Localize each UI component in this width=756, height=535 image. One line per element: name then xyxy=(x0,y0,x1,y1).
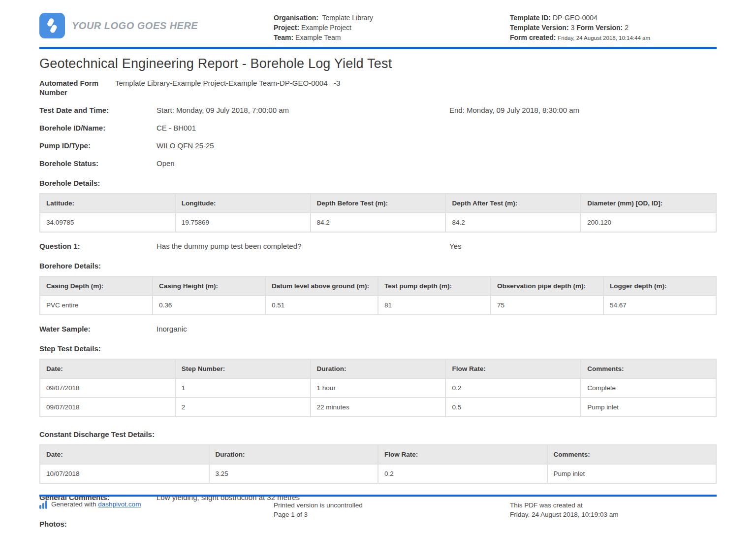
constant-discharge-table: Date: Duration: Flow Rate: Comments: 10/… xyxy=(39,444,717,484)
col-date: Date: xyxy=(40,445,209,464)
field-test-date-time: Test Date and Time: Start: Monday, 09 Ju… xyxy=(39,105,717,115)
table-header-row: Latitude: Longitude: Depth Before Test (… xyxy=(40,194,716,212)
step-test-title: Step Test Details: xyxy=(39,344,717,353)
cell-date: 09/07/2018 xyxy=(40,379,175,397)
cell-diameter: 200.120 xyxy=(581,213,716,232)
col-test-pump-depth: Test pump depth (m): xyxy=(378,277,490,295)
test-start-value: Start: Monday, 09 July 2018, 7:00:00 am xyxy=(157,105,449,115)
report-page: YOUR LOGO GOES HERE Organisation: Templa… xyxy=(0,0,756,528)
pump-id-label: Pump ID/Type: xyxy=(39,141,157,150)
question1-values: Has the dummy pump test been completed? … xyxy=(157,241,717,251)
table-row: PVC entire 0.36 0.51 81 75 54.67 xyxy=(40,296,716,314)
footer-generated: Generated with dashpivot.com xyxy=(39,501,274,519)
col-longitude: Longitude: xyxy=(176,194,310,212)
table-row: 34.09785 19.75869 84.2 84.2 200.120 xyxy=(40,213,716,232)
question1-label: Question 1: xyxy=(39,241,157,251)
cell-comments: Pump inlet xyxy=(548,465,716,483)
page-title: Geotechnical Engineering Report - Boreho… xyxy=(39,56,717,71)
cell-date: 09/07/2018 xyxy=(40,398,175,416)
col-casing-depth: Casing Depth (m): xyxy=(40,277,152,295)
table-row: 09/07/2018 2 22 minutes 0.5 Pump inlet xyxy=(40,398,716,416)
header-meta-right: Template ID: DP-GEO-0004 Template Versio… xyxy=(510,13,717,43)
cell-step-number: 2 xyxy=(176,398,310,416)
field-borehole-status: Borehole Status: Open xyxy=(39,159,717,168)
step-test-table: Date: Step Number: Duration: Flow Rate: … xyxy=(39,359,717,417)
logo-placeholder-text: YOUR LOGO GOES HERE xyxy=(72,20,198,32)
col-depth-before: Depth Before Test (m): xyxy=(311,194,445,212)
project-label: Project: xyxy=(274,24,299,32)
automated-form-number-label: Automated Form Number xyxy=(39,78,113,97)
organisation-label: Organisation: xyxy=(274,14,318,22)
form-version-value: 2 xyxy=(625,24,629,32)
generated-with-text: Generated with dashpivot.com xyxy=(51,501,141,508)
cell-datum-level: 0.51 xyxy=(266,296,378,314)
cell-flow-rate: 0.2 xyxy=(446,379,580,397)
cell-comments: Complete xyxy=(581,379,716,397)
borehole-details-title: Borehole Details: xyxy=(39,179,717,187)
team-label: Team: xyxy=(274,33,293,41)
template-id-label: Template ID: xyxy=(510,14,551,22)
test-date-time-label: Test Date and Time: xyxy=(39,105,157,115)
question1-text: Has the dummy pump test been completed? xyxy=(157,241,449,251)
field-question1: Question 1: Has the dummy pump test been… xyxy=(39,241,717,251)
cell-duration: 22 minutes xyxy=(311,398,445,416)
team-line: Team: Example Team xyxy=(274,33,510,42)
header-divider xyxy=(39,47,717,49)
footer-printed: Printed version is uncontrolled Page 1 o… xyxy=(274,501,510,519)
col-diameter: Diameter (mm) [OD, ID]: xyxy=(581,194,716,212)
cell-latitude: 34.09785 xyxy=(40,213,175,232)
template-id-line: Template ID: DP-GEO-0004 xyxy=(510,13,717,23)
cell-observation-pipe: 75 xyxy=(491,296,603,314)
pump-id-value: WILO QFN 25-25 xyxy=(157,141,214,150)
form-version-label: Form Version: xyxy=(576,24,623,32)
cell-flow-rate: 0.2 xyxy=(378,465,547,483)
col-latitude: Latitude: xyxy=(40,194,175,212)
template-id-value: DP-GEO-0004 xyxy=(553,14,598,22)
col-datum-level: Datum level above ground (m): xyxy=(266,277,378,295)
col-flow-rate: Flow Rate: xyxy=(378,445,547,464)
cell-duration: 1 hour xyxy=(311,379,445,397)
test-end-value: End: Monday, 09 July 2018, 8:30:00 am xyxy=(449,105,579,115)
col-depth-after: Depth After Test (m): xyxy=(446,194,580,212)
borehore-details-table: Casing Depth (m): Casing Height (m): Dat… xyxy=(39,276,717,315)
pdf-created-label: This PDF was created at xyxy=(510,501,717,510)
template-version-value: 3 xyxy=(570,24,574,32)
col-step-number: Step Number: xyxy=(176,360,310,378)
cell-depth-before: 84.2 xyxy=(311,213,445,232)
borehole-details-table: Latitude: Longitude: Depth Before Test (… xyxy=(39,193,717,233)
question1-answer: Yes xyxy=(449,241,461,251)
col-duration: Duration: xyxy=(311,360,445,378)
cell-comments: Pump inlet xyxy=(581,398,716,416)
constant-discharge-title: Constant Discharge Test Details: xyxy=(39,430,717,438)
versions-line: Template Version: 3 Form Version: 2 xyxy=(510,23,717,33)
dashpivot-link[interactable]: dashpivot.com xyxy=(98,501,141,508)
col-casing-height: Casing Height (m): xyxy=(153,277,265,295)
field-water-sample: Water Sample: Inorganic xyxy=(39,324,717,334)
table-header-row: Date: Duration: Flow Rate: Comments: xyxy=(40,445,716,464)
water-sample-label: Water Sample: xyxy=(39,324,157,334)
cell-step-number: 1 xyxy=(176,379,310,397)
cell-flow-rate: 0.5 xyxy=(446,398,580,416)
template-version-label: Template Version: xyxy=(510,24,569,32)
col-observation-pipe: Observation pipe depth (m): xyxy=(491,277,603,295)
page-footer: Generated with dashpivot.com Printed ver… xyxy=(39,495,717,519)
col-comments: Comments: xyxy=(581,360,716,378)
cell-longitude: 19.75869 xyxy=(176,213,310,232)
logo: YOUR LOGO GOES HERE xyxy=(39,13,274,38)
borehole-id-value: CE - BH001 xyxy=(157,123,196,133)
project-line: Project: Example Project xyxy=(274,23,510,33)
borehole-status-label: Borehole Status: xyxy=(39,159,157,168)
table-row: 10/07/2018 3.25 0.2 Pump inlet xyxy=(40,465,716,483)
col-flow-rate: Flow Rate: xyxy=(446,360,580,378)
form-created-value: Friday, 24 August 2018, 10:14:44 am xyxy=(558,35,650,41)
page-number-text: Page 1 of 3 xyxy=(274,510,510,519)
col-logger-depth: Logger depth (m): xyxy=(604,277,716,295)
page-header: YOUR LOGO GOES HERE Organisation: Templa… xyxy=(39,13,717,43)
project-value: Example Project xyxy=(301,24,351,32)
form-created-line: Form created: Friday, 24 August 2018, 10… xyxy=(510,33,717,43)
cell-depth-after: 84.2 xyxy=(446,213,580,232)
borehore-details-title: Borehore Details: xyxy=(39,262,717,270)
pdf-created-timestamp: Friday, 24 August 2018, 10:19:03 am xyxy=(510,510,717,519)
photos-title: Photos: xyxy=(39,520,717,528)
cell-casing-depth: PVC entire xyxy=(40,296,152,314)
